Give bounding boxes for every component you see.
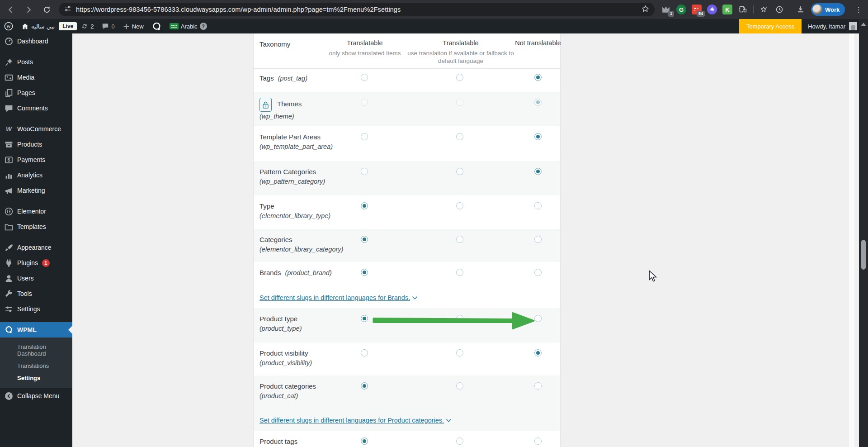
forward-icon[interactable]	[21, 2, 36, 17]
site-link[interactable]: تبي شاليه	[17, 19, 59, 33]
temporary-access-button[interactable]: Temporary Access	[739, 19, 802, 33]
radio-translatable-only[interactable]	[361, 382, 368, 390]
sidebar-item-woocommerce[interactable]: WWooCommerce	[0, 121, 72, 137]
bookmarks-star-icon[interactable]	[759, 5, 769, 14]
sidebar-item-comments[interactable]: Comments	[0, 100, 72, 116]
radio-translatable-only[interactable]	[361, 437, 368, 445]
sidebar-item-media[interactable]: Media	[0, 70, 72, 85]
language-switcher[interactable]: Arabic ?	[165, 19, 211, 33]
chevron-down-icon[interactable]	[446, 417, 452, 424]
radio-translatable-only[interactable]	[361, 269, 368, 276]
taxonomy-label: Themes(wp_theme)	[254, 92, 560, 121]
chevron-down-icon[interactable]	[412, 294, 418, 301]
comments-link[interactable]: 0	[98, 19, 118, 33]
new-content-link[interactable]: New	[119, 19, 148, 33]
radio-not-translatable[interactable]	[534, 382, 542, 390]
radio-not-translatable[interactable]	[534, 269, 542, 276]
radio-translatable-fallback[interactable]	[456, 133, 463, 140]
red-extension-icon[interactable]: 54	[692, 5, 702, 14]
radio-translatable-fallback[interactable]	[456, 99, 463, 106]
sidebar-item-pages[interactable]: Pages	[0, 85, 72, 100]
sidebar-item-posts[interactable]: Posts	[0, 54, 72, 70]
taxonomy-row-brands: Brands (product_brand)Set different slug…	[254, 262, 560, 308]
radio-translatable-only[interactable]	[361, 99, 368, 106]
taxonomy-row-product-tags: Product tags	[254, 431, 560, 447]
sidebar-item-settings[interactable]: Settings	[0, 301, 72, 317]
sidebar-item-elementor[interactable]: Elementor	[0, 204, 72, 219]
keeper-icon[interactable]: K	[722, 5, 732, 14]
radio-translatable-only[interactable]	[361, 236, 368, 243]
howdy-link[interactable]: Howdy, Itamar	[802, 23, 849, 30]
svg-text:W: W	[6, 24, 11, 29]
radio-translatable-fallback[interactable]	[456, 382, 463, 390]
radio-not-translatable[interactable]	[534, 437, 542, 445]
scrollbar-up-arrow[interactable]	[861, 23, 866, 26]
wpml-submenu-translation-dashboard[interactable]: Translation Dashboard	[0, 341, 72, 360]
radio-translatable-fallback[interactable]	[456, 349, 463, 357]
radio-translatable-only[interactable]	[361, 168, 368, 175]
radio-translatable-fallback[interactable]	[456, 202, 463, 209]
wp-logo-icon[interactable]: W	[0, 19, 17, 33]
radio-translatable-fallback[interactable]	[456, 236, 463, 243]
sidebar-item-payments[interactable]: $Payments	[0, 152, 72, 167]
sidebar-item-marketing[interactable]: Marketing	[0, 183, 72, 198]
radio-translatable-fallback[interactable]	[456, 315, 463, 322]
radio-not-translatable[interactable]	[534, 236, 542, 243]
set-different-slugs-link[interactable]: Set different slugs in different languag…	[259, 294, 418, 301]
sidebar-item-wpml[interactable]: WPML	[0, 322, 72, 338]
sidebar-item-templates[interactable]: Templates	[0, 219, 72, 234]
back-icon[interactable]	[3, 2, 18, 17]
extensions-puzzle-icon[interactable]	[738, 5, 748, 14]
radio-not-translatable[interactable]	[534, 349, 542, 357]
radio-translatable-fallback[interactable]	[456, 168, 463, 175]
download-icon[interactable]	[796, 5, 806, 14]
collapse-menu-label: Collapse Menu	[17, 392, 59, 399]
sidebar-item-users[interactable]: Users	[0, 271, 72, 286]
site-controls-icon[interactable]	[64, 5, 71, 14]
sidebar-item-analytics[interactable]: Analytics	[0, 167, 72, 183]
radio-not-translatable[interactable]	[534, 315, 542, 322]
history-clock-icon[interactable]	[774, 5, 784, 14]
browser-profile-button[interactable]: Work	[811, 3, 845, 16]
purple-extension-icon[interactable]: ✳	[707, 5, 717, 14]
radio-not-translatable[interactable]	[534, 74, 542, 81]
sidebar-item-dashboard[interactable]: Dashboard	[0, 33, 72, 49]
radio-translatable-fallback[interactable]	[456, 74, 463, 81]
sidebar-item-products[interactable]: Products	[0, 137, 72, 152]
radio-translatable-only[interactable]	[361, 133, 368, 140]
radio-translatable-fallback[interactable]	[456, 269, 463, 276]
sidebar-item-tools[interactable]: Tools	[0, 286, 72, 301]
scrollbar-thumb[interactable]	[861, 240, 866, 270]
address-bar[interactable]: https://wordpress-983456-5786333.cloudwa…	[59, 3, 655, 16]
wpml-submenu-settings[interactable]: Settings	[0, 372, 72, 384]
wpml-bar-icon[interactable]	[148, 19, 165, 33]
browser-menu-icon[interactable]: ⋮	[855, 5, 863, 14]
radio-not-translatable[interactable]	[534, 133, 542, 140]
taxonomy-slug: (product_type)	[259, 324, 560, 333]
wpml-submenu-translations[interactable]: Translations	[0, 360, 72, 372]
user-icon	[5, 274, 13, 283]
radio-translatable-only[interactable]	[361, 315, 368, 322]
radio-translatable-fallback[interactable]	[456, 437, 463, 445]
radio-not-translatable[interactable]	[534, 202, 542, 209]
sliders-icon	[5, 305, 13, 314]
sidebar-item-appearance[interactable]: Appearance	[0, 240, 72, 255]
malwarebytes-icon[interactable]: 1	[661, 5, 671, 14]
radio-not-translatable[interactable]	[534, 99, 542, 106]
bookmark-star-icon[interactable]	[642, 5, 649, 14]
grammarly-icon[interactable]: G	[676, 5, 686, 14]
updates-link[interactable]: 2	[77, 19, 98, 33]
live-badge[interactable]: Live	[59, 22, 77, 30]
reload-icon[interactable]	[39, 2, 54, 17]
scrollbar-track[interactable]	[859, 19, 868, 447]
collapse-menu-button[interactable]: Collapse Menu	[0, 388, 72, 404]
radio-translatable-only[interactable]	[361, 202, 368, 209]
help-icon[interactable]: ?	[200, 23, 207, 30]
set-different-slugs-link[interactable]: Set different slugs in different languag…	[259, 417, 452, 424]
taxonomy-name: Pattern Categories	[259, 168, 316, 176]
sidebar-item-plugins[interactable]: Plugins1	[0, 255, 72, 271]
radio-translatable-only[interactable]	[361, 349, 368, 357]
wp-admin-bar: W تبي شاليه Live 2 0 New Arabic ? Tempor…	[0, 19, 868, 33]
radio-translatable-only[interactable]	[361, 74, 368, 81]
radio-not-translatable[interactable]	[534, 168, 542, 175]
